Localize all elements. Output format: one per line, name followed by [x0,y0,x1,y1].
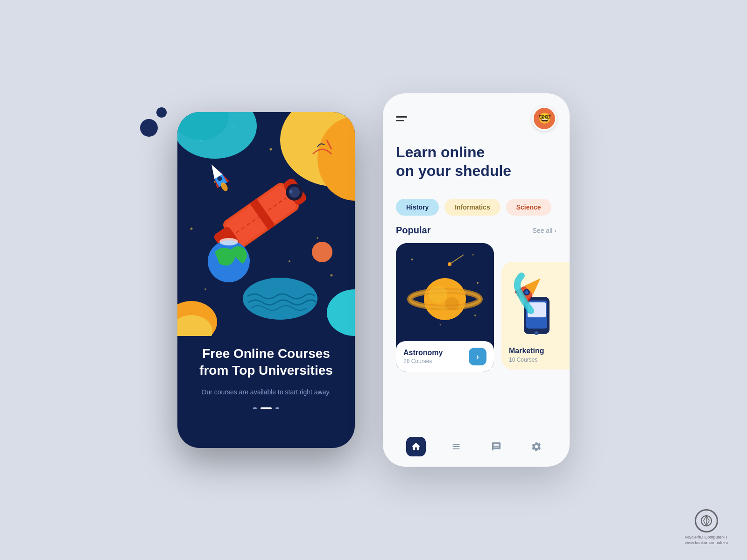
nav-messages[interactable] [486,437,506,456]
watermark-text-line2: www.konkurcomputer.ir [685,540,728,546]
astronomy-card-button[interactable]: › [469,348,486,365]
svg-point-46 [440,324,441,326]
phone-left: Free Online Courses from Top Universitie… [177,112,355,448]
svg-point-48 [448,262,451,266]
dot-3[interactable] [275,407,279,409]
pill-informatics[interactable]: Informatics [444,199,500,216]
hero-title-line1: Learn online [396,143,557,161]
astronomy-card-name: Astronomy [403,349,443,357]
svg-point-3 [270,148,272,151]
nav-courses[interactable] [446,437,466,456]
svg-point-43 [477,282,479,284]
main-container: Free Online Courses from Top Universitie… [177,93,570,467]
popular-section-header: Popular See all › [383,225,570,243]
chevron-right-icon: › [554,227,557,234]
svg-point-42 [472,254,474,256]
astronomy-card-info: Astronomy 28 Courses [403,349,443,364]
svg-point-12 [331,274,333,277]
marketing-card-info: Marketing 10 Courses [501,341,570,363]
svg-point-9 [317,237,318,239]
svg-point-41 [411,259,413,260]
decorative-dot-small [156,107,167,118]
see-all-button[interactable]: See all › [533,227,557,234]
category-pills: History Informatics Science [383,189,570,225]
dot-2[interactable] [261,407,272,409]
svg-point-27 [219,238,238,245]
svg-point-11 [204,288,206,290]
svg-point-52 [429,286,447,303]
cards-row: Astronomy 28 Courses › [383,243,570,428]
nav-home[interactable] [406,437,426,456]
svg-point-36 [243,278,317,320]
see-all-text: See all [533,227,553,234]
popular-title: Popular [396,225,430,236]
card-astronomy[interactable]: Astronomy 28 Courses › [396,243,494,372]
astronomy-card-image [396,243,494,341]
marketing-card-name: Marketing [509,347,570,355]
hero-section: Learn online on your shedule [383,135,570,189]
pill-science[interactable]: Science [506,199,551,216]
svg-point-10 [289,260,290,262]
astronomy-card-footer: Astronomy 28 Courses › [396,341,494,372]
svg-point-53 [445,297,459,310]
marketing-card-image [501,262,570,341]
svg-point-45 [474,315,476,316]
pill-history[interactable]: History [396,199,439,216]
svg-point-8 [190,228,193,230]
watermark: MSc-PhD Computer-IT www.konkurcomputer.i… [685,509,728,546]
hero-title: Learn online on your shedule [396,143,557,180]
marketing-card-courses: 10 Courses [509,357,570,363]
left-phone-illustration [177,112,355,336]
left-phone-title: Free Online Courses from Top Universitie… [191,345,341,379]
right-phone-header: 🤓 [383,93,570,135]
hero-title-line2: on your shedule [396,161,557,180]
phone-right: 🤓 Learn online on your shedule History I… [383,93,570,467]
svg-point-35 [312,248,332,256]
bottom-navigation [383,428,570,467]
user-avatar[interactable]: 🤓 [532,106,557,131]
left-phone-subtitle: Our courses are available to start right… [191,387,341,397]
hamburger-line-1 [396,116,407,118]
astronomy-card-courses: 28 Courses [403,358,443,364]
nav-settings[interactable] [527,437,546,456]
left-phone-content: Free Online Courses from Top Universitie… [177,336,355,419]
hamburger-line-2 [396,120,404,121]
avatar-emoji: 🤓 [538,112,551,125]
dot-1[interactable] [253,407,257,409]
decorative-dot-large [140,119,158,137]
menu-button[interactable] [396,116,407,121]
watermark-text-line1: MSc-PhD Computer-IT [685,534,728,540]
watermark-logo [695,509,718,532]
svg-point-58 [535,331,538,335]
card-marketing[interactable]: Marketing 10 Courses [501,262,570,370]
pagination-dots [191,407,341,409]
